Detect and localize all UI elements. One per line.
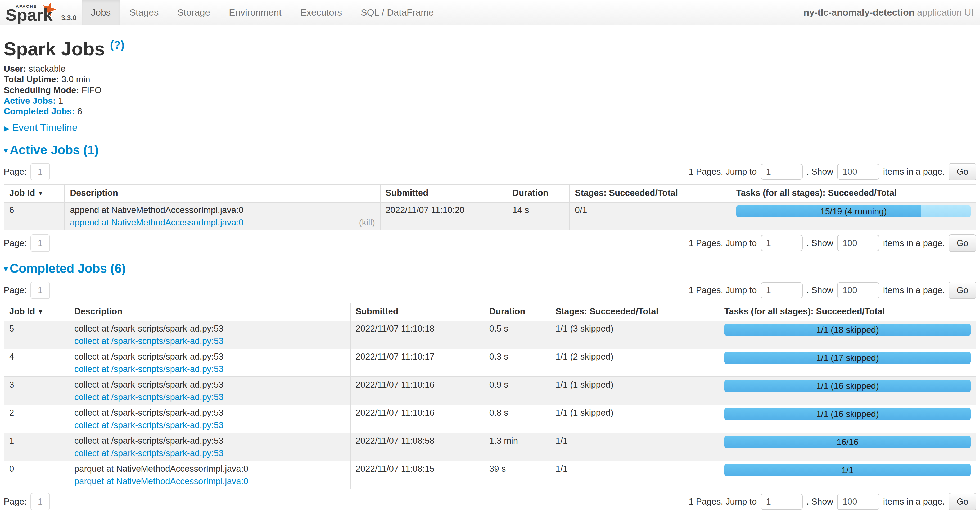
description-cell: collect at /spark-scripts/spark-ad.py:53… (69, 405, 350, 433)
table-row: 5 collect at /spark-scripts/spark-ad.py:… (4, 321, 976, 349)
job-detail-link[interactable]: collect at /spark-scripts/spark-ad.py:53 (74, 336, 224, 346)
table-row: 4 collect at /spark-scripts/spark-ad.py:… (4, 349, 976, 377)
tab-sql-dataframe[interactable]: SQL / DataFrame (352, 0, 443, 25)
col-tasks[interactable]: Tasks (for all stages): Succeeded/Total (731, 184, 976, 202)
page-size-input[interactable] (837, 235, 880, 251)
col-job-id[interactable]: Job Id ▼ (4, 184, 65, 202)
tasks-progress-bar: 1/1 (724, 464, 971, 476)
table-row: 0 parquet at NativeMethodAccessorImpl.ja… (4, 461, 976, 489)
pages-jump-text: 1 Pages. Jump to (689, 238, 757, 248)
stages-cell: 1/1 (550, 461, 719, 489)
progress-label: 1/1 (16 skipped) (724, 380, 971, 392)
description-cell: collect at /spark-scripts/spark-ad.py:53… (69, 433, 350, 461)
info-active-jobs-value: 1 (58, 96, 63, 106)
job-detail-link[interactable]: append at NativeMethodAccessorImpl.java:… (70, 218, 243, 227)
col-stages[interactable]: Stages: Succeeded/Total (570, 184, 731, 202)
tab-executors[interactable]: Executors (291, 0, 351, 25)
description-cell: collect at /spark-scripts/spark-ad.py:53… (69, 377, 350, 405)
col-submitted[interactable]: Submitted (380, 184, 507, 202)
info-user-value: stackable (29, 64, 66, 73)
job-detail-link[interactable]: collect at /spark-scripts/spark-ad.py:53 (74, 392, 224, 402)
job-detail-link[interactable]: collect at /spark-scripts/spark-ad.py:53 (74, 420, 224, 430)
tasks-cell: 15/19 (4 running) (731, 202, 976, 230)
show-text: . Show (807, 285, 834, 295)
col-description[interactable]: Description (69, 303, 350, 321)
description-cell: parquet at NativeMethodAccessorImpl.java… (69, 461, 350, 489)
submitted-cell: 2022/11/07 11:08:15 (350, 461, 484, 489)
show-text: . Show (807, 497, 834, 507)
tasks-cell: 1/1 (17 skipped) (719, 349, 976, 377)
spark-version: 3.3.0 (61, 14, 76, 24)
expand-arrow-icon: ▶ (4, 124, 10, 133)
col-duration[interactable]: Duration (507, 184, 570, 202)
tab-jobs[interactable]: Jobs (81, 0, 120, 25)
jump-to-page-input[interactable] (760, 164, 803, 180)
active-jobs-link[interactable]: Active Jobs: (4, 96, 56, 106)
tab-storage[interactable]: Storage (168, 0, 220, 25)
col-description[interactable]: Description (65, 184, 380, 202)
active-jobs-header-row: Job Id ▼ Description Submitted Duration … (4, 184, 976, 202)
current-page-box[interactable]: 1 (30, 163, 50, 180)
tasks-cell: 1/1 (719, 461, 976, 489)
col-tasks[interactable]: Tasks (for all stages): Succeeded/Total (719, 303, 976, 321)
description-cell: collect at /spark-scripts/spark-ad.py:53… (69, 321, 350, 349)
show-text: . Show (807, 167, 834, 177)
current-page-box[interactable]: 1 (30, 234, 50, 252)
description-cell: append at NativeMethodAccessorImpl.java:… (65, 202, 380, 230)
stages-cell: 1/1 (1 skipped) (550, 377, 719, 405)
active-jobs-heading[interactable]: ▾Active Jobs (1) (4, 143, 976, 159)
application-name-bold: ny-tlc-anomaly-detection (803, 7, 914, 18)
progress-label: 1/1 (18 skipped) (724, 324, 971, 336)
col-stages[interactable]: Stages: Succeeded/Total (550, 303, 719, 321)
go-button[interactable]: Go (948, 234, 976, 252)
page-size-input[interactable] (837, 164, 880, 180)
table-row: 2 collect at /spark-scripts/spark-ad.py:… (4, 405, 976, 433)
job-detail-link[interactable]: collect at /spark-scripts/spark-ad.py:53 (74, 448, 224, 458)
event-timeline-toggle[interactable]: ▶Event Timeline (4, 122, 976, 134)
help-link[interactable]: (?) (110, 39, 124, 51)
tasks-cell: 1/1 (18 skipped) (719, 321, 976, 349)
stages-cell: 1/1 (3 skipped) (550, 321, 719, 349)
page-size-input[interactable] (837, 282, 880, 299)
go-button[interactable]: Go (948, 281, 976, 299)
job-id-cell: 6 (4, 202, 65, 230)
page-label: Page: (4, 238, 27, 248)
col-job-id[interactable]: Job Id ▼ (4, 303, 69, 321)
active-jobs-heading-text: Active Jobs (1) (10, 143, 99, 157)
collapse-arrow-icon: ▾ (4, 264, 8, 273)
pagination-active-bottom: Page: 1 1 Pages. Jump to . Show items in… (4, 233, 976, 253)
event-timeline-label: Event Timeline (12, 122, 78, 133)
active-jobs-table: Job Id ▼ Description Submitted Duration … (4, 184, 976, 230)
go-button[interactable]: Go (948, 493, 976, 510)
go-button[interactable]: Go (948, 163, 976, 180)
page-title: Spark Jobs (?) (4, 34, 976, 60)
kill-link[interactable]: (kill) (359, 218, 375, 227)
current-page-box[interactable]: 1 (30, 493, 50, 510)
col-submitted[interactable]: Submitted (350, 303, 484, 321)
job-id-cell: 3 (4, 377, 69, 405)
current-page-box[interactable]: 1 (30, 281, 50, 299)
info-scheduling-mode: Scheduling Mode:FIFO (4, 86, 976, 94)
tab-stages[interactable]: Stages (120, 0, 168, 25)
jump-to-page-input[interactable] (760, 494, 803, 510)
stages-cell: 1/1 (2 skipped) (550, 349, 719, 377)
progress-label: 1/1 (17 skipped) (724, 352, 971, 364)
page-size-input[interactable] (837, 494, 880, 510)
job-detail-link[interactable]: collect at /spark-scripts/spark-ad.py:53 (74, 364, 224, 374)
table-row: 3 collect at /spark-scripts/spark-ad.py:… (4, 377, 976, 405)
completed-jobs-link[interactable]: Completed Jobs: (4, 106, 75, 116)
jump-to-page-input[interactable] (760, 235, 803, 251)
duration-cell: 0.8 s (484, 405, 550, 433)
jump-to-page-input[interactable] (760, 282, 803, 299)
col-job-id-label: Job Id (9, 307, 35, 316)
show-text: . Show (807, 238, 834, 248)
tab-environment[interactable]: Environment (220, 0, 291, 25)
completed-jobs-heading[interactable]: ▾Completed Jobs (6) (4, 261, 976, 278)
navbar: APACHE Spark 3.3.0 Jobs Stages Storage E… (0, 0, 980, 25)
summary-info-list: User:stackable Total Uptime:3.0 min Sche… (4, 64, 976, 116)
submitted-cell: 2022/11/07 11:10:20 (380, 202, 507, 230)
job-detail-link[interactable]: parquet at NativeMethodAccessorImpl.java… (74, 476, 248, 486)
col-duration[interactable]: Duration (484, 303, 550, 321)
progress-label: 15/19 (4 running) (736, 205, 971, 218)
submitted-cell: 2022/11/07 11:10:16 (350, 405, 484, 433)
